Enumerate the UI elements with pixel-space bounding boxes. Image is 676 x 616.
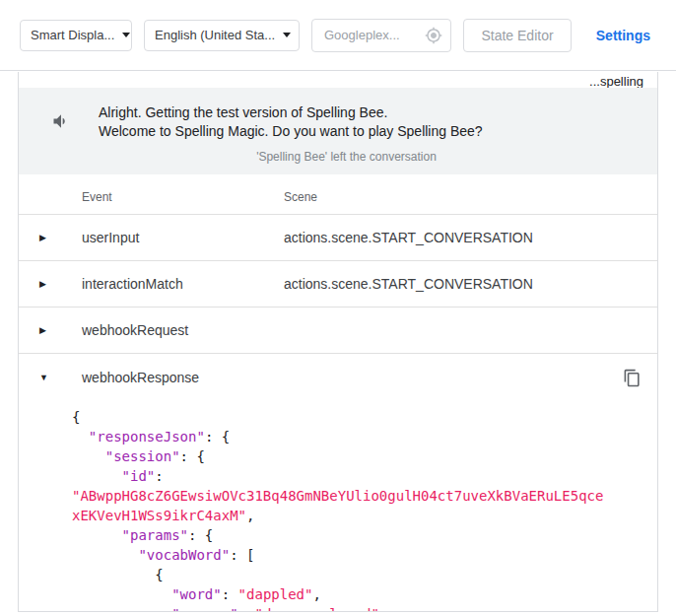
json-line: "id": [72,466,642,486]
surface-selector-label: Smart Displa... [31,28,114,42]
event-row-webhookResponse[interactable]: ▼webhookResponse [19,354,657,401]
volume-speaker-icon [51,111,71,131]
json-token: : { [205,429,230,445]
json-line: { [72,565,642,584]
conversation-status-note: 'Spelling Bee' left the conversation [51,150,642,164]
simulator-toolbar: Smart Displa... English (United Sta... G… [0,0,676,71]
event-table-header: Event Scene [19,174,657,215]
settings-button[interactable]: Settings [590,20,656,51]
json-token [72,429,89,445]
json-token: "vocabWord" [138,547,230,563]
event-name: userInput [82,230,284,245]
json-line: "ABwppHG8cZ6GEwsiwOVc31Bq48GmNBeYUlio0gu… [72,486,642,506]
json-token: { [72,409,80,425]
json-token: : { [188,527,213,543]
json-line: xEKVevH1WSs9ikrC4axM", [72,506,642,525]
json-token [72,468,122,484]
json-line: "answer": "d,a,p,p,l,e,d" [72,604,642,612]
language-selector[interactable]: English (United Sta... [144,20,300,51]
json-token: "session" [105,448,180,464]
json-token: "answer" [171,606,237,612]
collapse-arrow-icon[interactable]: ▼ [19,374,82,382]
json-line: "word": "dappled", [72,584,642,604]
scene-name: actions.scene.START_CONVERSATION [284,230,618,245]
state-editor-button[interactable]: State Editor [463,19,572,52]
json-line: { [72,407,642,427]
clipped-user-utterance-text: ...spelling [589,74,643,88]
json-token: , [312,586,320,602]
column-header-scene: Scene [284,190,618,204]
json-token: : { [180,448,205,464]
column-header-event: Event [82,190,284,204]
assistant-message-line-1: Alright. Getting the test version of Spe… [99,103,483,122]
scene-name: actions.scene.START_CONVERSATION [284,276,618,292]
location-field-value: Googleplex... [324,28,400,42]
json-token: : [155,468,163,484]
copy-json-button[interactable] [621,367,643,389]
caret-down-icon [283,33,291,37]
event-row-userInput[interactable]: ▶userInputactions.scene.START_CONVERSATI… [19,215,657,261]
json-line: "session": { [72,446,642,466]
json-token: { [72,567,164,582]
json-token [72,448,105,464]
event-row-webhookRequest[interactable]: ▶webhookRequest [19,308,657,354]
json-token: "responseJson" [89,429,205,445]
clipped-user-utterance: ...spelling [19,72,657,88]
surface-selector[interactable]: Smart Displa... [20,20,132,51]
json-token: "dappled" [238,586,313,602]
language-selector-label: English (United Sta... [155,28,275,42]
copy-icon [623,369,642,387]
event-row-interactionMatch[interactable]: ▶interactionMatchactions.scene.START_CON… [19,261,657,308]
json-token: "word" [171,586,222,602]
json-token: "id" [122,468,156,484]
event-name: webhookResponse [82,370,284,385]
json-token: "d,a,p,p,l,e,d" [254,606,378,612]
json-response-viewer: { "responseJson": { "session": { "id":"A… [19,401,657,612]
json-token: , [246,508,254,523]
json-token: : [222,586,238,602]
json-token: : [ [230,547,254,563]
json-token: "params" [122,527,188,543]
expand-arrow-icon[interactable]: ▶ [19,234,82,242]
json-token [72,547,138,563]
expand-arrow-icon[interactable]: ▶ [19,326,82,335]
json-token: "ABwppHG8cZ6GEwsiwOVc31Bq48GmNBeYUlio0gu… [72,488,603,504]
expand-arrow-icon[interactable]: ▶ [19,280,82,289]
assistant-message-line-2: Welcome to Spelling Magic. Do you want t… [99,122,483,141]
json-line: "params": { [72,525,642,545]
json-line: "responseJson": { [72,427,642,446]
event-name: interactionMatch [82,276,284,292]
assistant-response-card: Alright. Getting the test version of Spe… [19,88,657,174]
event-name: webhookRequest [82,322,284,338]
json-line: "vocabWord": [ [72,545,642,565]
location-field[interactable]: Googleplex... [311,19,451,52]
simulator-output-panel: ...spelling Alright. Getting the test ve… [18,72,658,612]
json-token [72,606,171,612]
caret-down-icon [122,33,130,37]
json-token: xEKVevH1WSs9ikrC4axM" [72,508,246,523]
json-token [72,527,122,543]
event-table-rows: ▶userInputactions.scene.START_CONVERSATI… [19,215,657,401]
locate-target-icon [425,27,442,44]
json-token: : [238,606,255,612]
json-token [72,586,171,602]
